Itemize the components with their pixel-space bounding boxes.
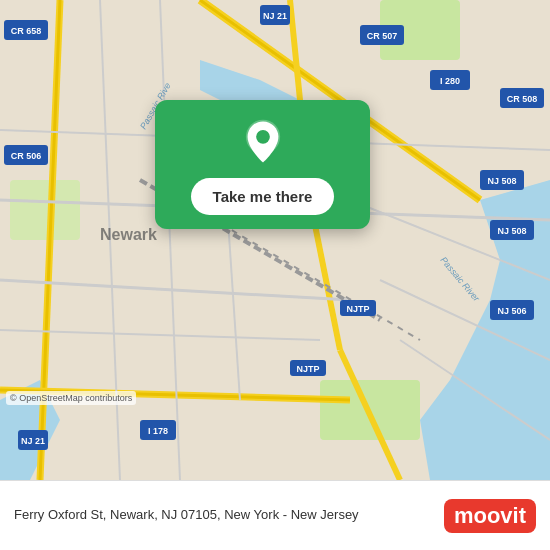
svg-rect-7 xyxy=(10,180,80,240)
svg-text:NJTP: NJTP xyxy=(346,304,369,314)
copyright-text: © OpenStreetMap contributors xyxy=(6,391,136,405)
moovit-logo: moovit xyxy=(444,499,536,533)
svg-point-60 xyxy=(256,130,270,144)
svg-text:CR 658: CR 658 xyxy=(11,26,42,36)
take-me-there-button[interactable]: Take me there xyxy=(191,178,335,215)
svg-text:NJ 508: NJ 508 xyxy=(487,176,516,186)
svg-text:NJTP: NJTP xyxy=(296,364,319,374)
svg-text:NJ 506: NJ 506 xyxy=(497,306,526,316)
location-card: Take me there xyxy=(155,100,370,229)
svg-text:NJ 508: NJ 508 xyxy=(497,226,526,236)
address-text: Ferry Oxford St, Newark, NJ 07105, New Y… xyxy=(14,506,434,524)
svg-text:CR 507: CR 507 xyxy=(367,31,398,41)
info-bar: Ferry Oxford St, Newark, NJ 07105, New Y… xyxy=(0,480,550,550)
svg-text:I 280: I 280 xyxy=(440,76,460,86)
svg-text:I 178: I 178 xyxy=(148,426,168,436)
svg-text:NJ 21: NJ 21 xyxy=(263,11,287,21)
svg-text:NJ 21: NJ 21 xyxy=(21,436,45,446)
svg-text:CR 506: CR 506 xyxy=(11,151,42,161)
map-container: NJTP NJTP CR 658 NJ 21 I 280 CR 507 CR 5… xyxy=(0,0,550,480)
map-background: NJTP NJTP CR 658 NJ 21 I 280 CR 507 CR 5… xyxy=(0,0,550,480)
svg-text:CR 508: CR 508 xyxy=(507,94,538,104)
location-pin-icon xyxy=(239,118,287,166)
svg-text:Newark: Newark xyxy=(100,226,157,243)
